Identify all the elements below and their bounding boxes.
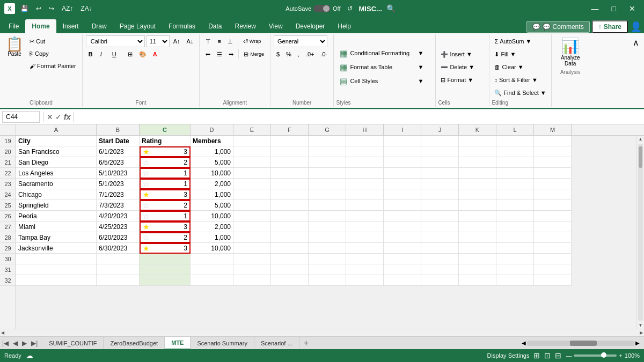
- format-button[interactable]: ⊟ Format ▼: [438, 74, 487, 86]
- merge-center-button[interactable]: ⊞Merge: [241, 48, 267, 60]
- sheet-tab-sumif-countif[interactable]: SUMIF_COUNTIF: [42, 337, 104, 350]
- cell-I24[interactable]: [384, 189, 421, 200]
- cell-A30[interactable]: [16, 254, 97, 264]
- cell-B20[interactable]: 6/1/2023: [97, 146, 140, 157]
- cell-G26[interactable]: [309, 211, 346, 221]
- cell-C29[interactable]: ★ 3: [140, 243, 191, 254]
- cell-I27[interactable]: [384, 221, 421, 232]
- cut-button[interactable]: ✂ Cut: [27, 35, 79, 47]
- cell-K28[interactable]: [459, 232, 496, 243]
- cell-I22[interactable]: [384, 168, 421, 179]
- cell-D28[interactable]: 1,000: [191, 232, 233, 243]
- cell-E23[interactable]: [233, 179, 271, 189]
- tab-file[interactable]: File: [2, 19, 25, 33]
- cell-J20[interactable]: [421, 146, 459, 157]
- align-center-button[interactable]: ☰: [214, 48, 225, 60]
- cell-L26[interactable]: [496, 211, 534, 221]
- minimize-button[interactable]: —: [587, 0, 603, 17]
- cell-E30[interactable]: [233, 254, 271, 264]
- undo-button[interactable]: ↩: [34, 4, 43, 13]
- cell-H27[interactable]: [346, 221, 384, 232]
- cell-A27[interactable]: Miami: [16, 221, 97, 232]
- font-size-select[interactable]: 11: [146, 35, 170, 47]
- row-num-19[interactable]: 19: [0, 136, 16, 146]
- scroll-right-button[interactable]: ▶: [639, 329, 644, 336]
- fill-color-button[interactable]: 🎨: [136, 48, 149, 60]
- sheet-tab-scenariof[interactable]: Scenariof ...: [254, 337, 299, 350]
- cell-M28[interactable]: [534, 232, 572, 243]
- col-header-H[interactable]: H: [346, 124, 384, 135]
- cell-J19[interactable]: [421, 136, 459, 146]
- cell-L19[interactable]: [496, 136, 534, 146]
- zoom-slider[interactable]: [574, 354, 617, 357]
- cell-B26[interactable]: 4/20/2023: [97, 211, 140, 221]
- bottom-align-button[interactable]: ⊥: [225, 35, 236, 47]
- cell-M29[interactable]: [534, 243, 572, 254]
- font-color-button[interactable]: A: [150, 48, 160, 60]
- sort-za-button[interactable]: ZA↓: [78, 4, 94, 13]
- cell-I31[interactable]: [384, 264, 421, 275]
- cell-D31[interactable]: [191, 264, 233, 275]
- cell-M24[interactable]: [534, 189, 572, 200]
- row-num-29[interactable]: 29: [0, 243, 16, 254]
- normal-view-icon[interactable]: ⊞: [533, 351, 540, 360]
- cell-D20[interactable]: 1,000: [191, 146, 233, 157]
- cell-E19[interactable]: [233, 136, 271, 146]
- cell-G25[interactable]: [309, 200, 346, 211]
- sheet-scroll-right[interactable]: ▶: [635, 340, 640, 346]
- cell-B22[interactable]: 5/10/2023: [97, 168, 140, 179]
- sheet-nav-left-most[interactable]: |◀: [0, 339, 11, 347]
- cell-D27[interactable]: 2,000: [191, 221, 233, 232]
- cell-G22[interactable]: [309, 168, 346, 179]
- copy-button[interactable]: ⎘ Copy: [27, 48, 79, 60]
- redo-button[interactable]: ↪: [47, 4, 56, 13]
- tab-view[interactable]: View: [262, 19, 289, 33]
- tab-formulas[interactable]: Formulas: [162, 19, 202, 33]
- cell-B25[interactable]: 7/3/2023: [97, 200, 140, 211]
- zoom-control[interactable]: — + 100%: [566, 352, 640, 359]
- cell-J24[interactable]: [421, 189, 459, 200]
- cell-G31[interactable]: [309, 264, 346, 275]
- sheet-tab-zerobased-budget[interactable]: ZeroBasedBudget: [104, 337, 165, 350]
- format-as-table-button[interactable]: ▦ Format as Table ▼: [336, 60, 427, 74]
- cell-E28[interactable]: [233, 232, 271, 243]
- cell-A19[interactable]: City: [16, 136, 97, 146]
- top-align-button[interactable]: ⊤: [203, 35, 214, 47]
- cell-L21[interactable]: [496, 157, 534, 168]
- cell-A24[interactable]: Chicago: [16, 189, 97, 200]
- horizontal-scrollbar[interactable]: ◀ ▶: [0, 329, 644, 336]
- row-num-32[interactable]: 32: [0, 275, 16, 286]
- sheet-nav-right[interactable]: ▶: [20, 339, 29, 347]
- cell-M20[interactable]: [534, 146, 572, 157]
- cell-K27[interactable]: [459, 221, 496, 232]
- col-header-A[interactable]: A: [16, 124, 97, 135]
- row-num-28[interactable]: 28: [0, 232, 16, 243]
- wrap-text-button[interactable]: ⏎Wrap: [240, 35, 264, 47]
- sort-az-button[interactable]: AZ↑: [60, 4, 75, 13]
- font-family-select[interactable]: Calibri: [86, 35, 145, 47]
- cell-F29[interactable]: [271, 243, 309, 254]
- cell-E29[interactable]: [233, 243, 271, 254]
- cell-K31[interactable]: [459, 264, 496, 275]
- cell-H23[interactable]: [346, 179, 384, 189]
- cell-A31[interactable]: [16, 264, 97, 275]
- cell-J27[interactable]: [421, 221, 459, 232]
- analyze-data-button[interactable]: 📊 AnalyzeData: [558, 35, 583, 68]
- cell-K21[interactable]: [459, 157, 496, 168]
- cell-H25[interactable]: [346, 200, 384, 211]
- cell-M25[interactable]: [534, 200, 572, 211]
- mid-align-button[interactable]: ≡: [215, 35, 223, 47]
- cell-L32[interactable]: [496, 275, 534, 286]
- cell-F23[interactable]: [271, 179, 309, 189]
- paste-button[interactable]: 📋 Paste: [3, 35, 26, 58]
- cell-J32[interactable]: [421, 275, 459, 286]
- sheet-nav-left[interactable]: ◀: [11, 339, 20, 347]
- cell-G28[interactable]: [309, 232, 346, 243]
- borders-button[interactable]: ⊞: [125, 48, 135, 60]
- cell-F21[interactable]: [271, 157, 309, 168]
- scroll-down-button[interactable]: ▼: [637, 322, 644, 329]
- col-header-K[interactable]: K: [459, 124, 496, 135]
- page-layout-icon[interactable]: ⊟: [555, 351, 561, 360]
- cell-H31[interactable]: [346, 264, 384, 275]
- cell-G19[interactable]: [309, 136, 346, 146]
